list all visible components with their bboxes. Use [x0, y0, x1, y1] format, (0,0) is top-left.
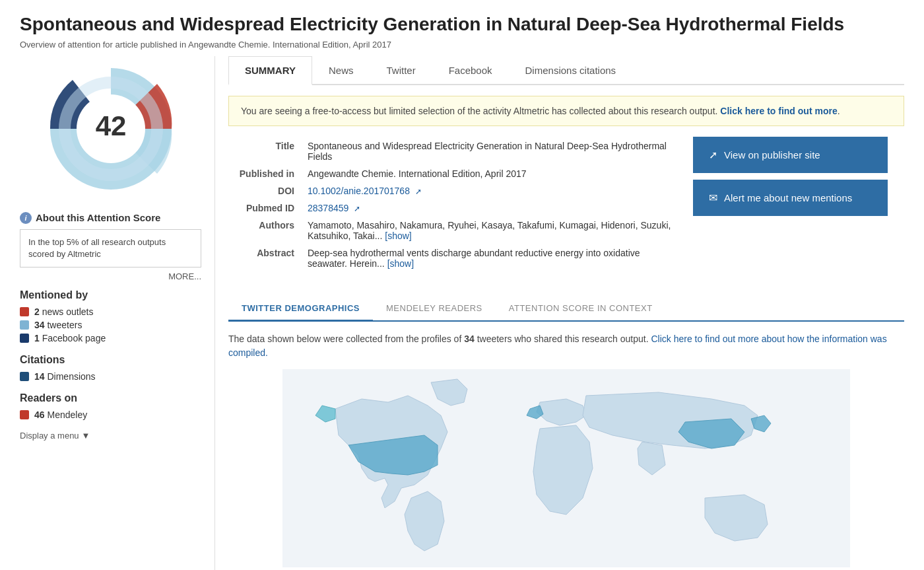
about-score-section: i About this Attention Score In the top …: [20, 212, 201, 281]
facebook-dot: [20, 334, 29, 343]
info-icon: i: [20, 212, 32, 224]
twitter-count-highlight: 34: [464, 334, 475, 344]
meta-authors-row: Authors Yamamoto, Masahiro, Nakamura, Ry…: [230, 217, 678, 244]
page-title: Spontaneous and Widespread Electricity G…: [20, 13, 904, 36]
donut-chart: 42: [25, 56, 197, 201]
about-score-title: About this Attention Score: [36, 212, 160, 223]
main-tabs: SUMMARY News Twitter Facebook Dimensions…: [228, 56, 904, 85]
meta-published-row: Published in Angewandte Chemie. Internat…: [230, 166, 678, 182]
page-subtitle: Overview of attention for article publis…: [20, 40, 904, 50]
sub-tabs: TWITTER DEMOGRAPHICS MENDELEY READERS AT…: [228, 297, 904, 322]
doi-link[interactable]: 10.1002/anie.201701768: [308, 186, 410, 196]
news-label: news outlets: [42, 306, 94, 317]
published-value: Angewandte Chemie. International Edition…: [304, 166, 678, 182]
readers-section: Readers on 46 Mendeley: [20, 392, 201, 420]
readers-title: Readers on: [20, 392, 201, 404]
abstract-value: Deep-sea hydrothermal vents discharge ab…: [308, 248, 640, 269]
show-abstract-link[interactable]: [show]: [387, 258, 414, 269]
meta-doi-row: DOI 10.1002/anie.201701768 ➚: [230, 183, 678, 199]
content-area: SUMMARY News Twitter Facebook Dimensions…: [214, 56, 904, 570]
external-link-icon: ➚: [709, 149, 717, 161]
news-count: 2: [34, 306, 40, 317]
citations-section: Citations 14 Dimensions: [20, 354, 201, 382]
tab-twitter[interactable]: Twitter: [370, 56, 432, 85]
score-number: 42: [95, 110, 126, 141]
mention-facebook: 1 Facebook page: [20, 333, 201, 343]
twitter-info: The data shown below were collected from…: [228, 332, 904, 360]
world-map: [228, 369, 904, 567]
mendeley-label: Mendeley: [47, 410, 87, 420]
dimensions-label: Dimensions: [47, 371, 95, 382]
view-publisher-button[interactable]: ➚ View on publisher site: [693, 137, 888, 173]
display-menu-link[interactable]: Display a menu ▼: [20, 431, 201, 441]
pubmed-label: Pubmed ID: [230, 200, 302, 216]
sub-tab-twitter-demographics[interactable]: TWITTER DEMOGRAPHICS: [228, 297, 373, 322]
tab-summary[interactable]: SUMMARY: [228, 56, 312, 85]
world-map-svg: [228, 369, 904, 567]
dimensions-dot: [20, 372, 29, 381]
meta-pubmed-row: Pubmed ID 28378459 ➚: [230, 200, 678, 216]
title-value: Spontaneous and Widespread Electricity G…: [304, 138, 678, 164]
alert-mentions-button[interactable]: ✉ Alert me about new mentions: [693, 180, 888, 216]
mendeley-dot: [20, 410, 29, 419]
find-out-more-link[interactable]: Click here to find out more: [720, 106, 837, 116]
authors-label: Authors: [230, 217, 302, 244]
twitter-count: 34: [34, 320, 45, 330]
sub-tab-attention-score[interactable]: ATTENTION SCORE IN CONTEXT: [496, 297, 666, 320]
twitter-label: tweeters: [47, 320, 82, 330]
news-dot: [20, 307, 29, 316]
mentioned-by-section: Mentioned by 2 news outlets 34 tweeters …: [20, 289, 201, 343]
twitter-dot: [20, 320, 29, 330]
tab-news[interactable]: News: [312, 56, 370, 85]
authors-value: Yamamoto, Masahiro, Nakamura, Ryuhei, Ka…: [308, 220, 671, 241]
score-description: In the top 5% of all research outputs sc…: [20, 229, 201, 267]
pubmed-external-icon: ➚: [354, 204, 360, 213]
alert-banner: You are seeing a free-to-access but limi…: [228, 96, 904, 126]
donut-chart-wrapper: 42: [20, 56, 201, 201]
doi-external-icon: ➚: [415, 187, 422, 196]
published-label: Published in: [230, 166, 302, 182]
page-header: Spontaneous and Widespread Electricity G…: [20, 13, 904, 50]
abstract-label: Abstract: [230, 245, 302, 271]
doi-label: DOI: [230, 183, 302, 199]
mendeley-count: 46: [34, 410, 45, 420]
email-icon: ✉: [709, 192, 717, 204]
more-link[interactable]: MORE...: [20, 271, 201, 281]
tab-facebook[interactable]: Facebook: [432, 56, 509, 85]
citations-title: Citations: [20, 354, 201, 366]
meta-abstract-row: Abstract Deep-sea hydrothermal vents dis…: [230, 245, 678, 271]
citation-dimensions: 14 Dimensions: [20, 371, 201, 382]
chevron-icon: ▼: [82, 431, 90, 441]
meta-side: Title Spontaneous and Widespread Electri…: [228, 137, 680, 283]
title-label: Title: [230, 138, 302, 164]
reader-mendeley: 46 Mendeley: [20, 410, 201, 420]
facebook-count: 1: [34, 333, 40, 343]
mentioned-by-title: Mentioned by: [20, 289, 201, 301]
meta-table: Title Spontaneous and Widespread Electri…: [228, 137, 680, 273]
facebook-label: Facebook page: [42, 333, 106, 343]
action-buttons: ➚ View on publisher site ✉ Alert me abou…: [693, 137, 891, 283]
sidebar: 42 i About this Attention Score In the t…: [20, 56, 214, 570]
show-authors-link[interactable]: [show]: [385, 231, 411, 241]
meta-title-row: Title Spontaneous and Widespread Electri…: [230, 138, 678, 164]
sub-tab-mendeley-readers[interactable]: MENDELEY READERS: [373, 297, 496, 320]
tab-dimensions[interactable]: Dimensions citations: [509, 56, 633, 85]
mention-twitter: 34 tweeters: [20, 320, 201, 330]
article-meta-section: Title Spontaneous and Widespread Electri…: [228, 137, 904, 283]
mention-news: 2 news outlets: [20, 306, 201, 317]
dimensions-count: 14: [34, 371, 45, 382]
pubmed-link[interactable]: 28378459: [308, 203, 348, 213]
